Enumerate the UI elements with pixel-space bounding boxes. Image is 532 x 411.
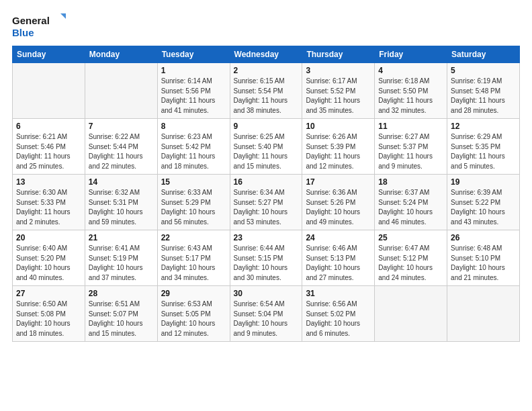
sunrise: Sunrise: 6:44 AM	[234, 244, 285, 252]
daylight: Daylight: 11 hours and 28 minutes.	[451, 97, 505, 114]
sunset: Sunset: 5:52 PM	[306, 87, 355, 95]
day-number: 8	[161, 122, 226, 131]
weekday-sunday: Sunday	[13, 46, 85, 63]
day-cell: 28Sunrise: 6:51 AMSunset: 5:07 PMDayligh…	[85, 286, 157, 342]
day-number: 14	[89, 177, 154, 187]
day-cell: 7Sunrise: 6:22 AMSunset: 5:44 PMDaylight…	[85, 119, 157, 175]
svg-text:General: General	[12, 15, 50, 26]
day-info: Sunrise: 6:19 AMSunset: 5:48 PMDaylight:…	[451, 77, 516, 116]
day-cell: 9Sunrise: 6:25 AMSunset: 5:40 PMDaylight…	[230, 119, 302, 175]
weekday-header-row: SundayMondayTuesdayWednesdayThursdayFrid…	[13, 46, 520, 63]
daylight: Daylight: 11 hours and 35 minutes.	[306, 97, 360, 114]
weekday-friday: Friday	[375, 46, 447, 63]
day-number: 29	[161, 289, 226, 298]
sunrise: Sunrise: 6:29 AM	[451, 133, 502, 140]
sunset: Sunset: 5:50 PM	[378, 87, 428, 95]
week-row-0: 1Sunrise: 6:14 AMSunset: 5:56 PMDaylight…	[13, 63, 520, 119]
calendar-table: SundayMondayTuesdayWednesdayThursdayFrid…	[12, 46, 520, 342]
sunrise: Sunrise: 6:43 AM	[161, 244, 212, 252]
day-info: Sunrise: 6:48 AMSunset: 5:10 PMDaylight:…	[451, 244, 516, 283]
daylight: Daylight: 10 hours and 15 minutes.	[89, 320, 143, 337]
sunset: Sunset: 5:29 PM	[161, 199, 211, 206]
day-cell: 1Sunrise: 6:14 AMSunset: 5:56 PMDaylight…	[157, 63, 230, 119]
daylight: Daylight: 10 hours and 56 minutes.	[161, 208, 216, 226]
day-info: Sunrise: 6:17 AMSunset: 5:52 PMDaylight:…	[306, 77, 371, 116]
day-info: Sunrise: 6:18 AMSunset: 5:50 PMDaylight:…	[378, 77, 443, 116]
daylight: Daylight: 10 hours and 6 minutes.	[306, 320, 360, 337]
sunrise: Sunrise: 6:53 AM	[161, 300, 212, 308]
day-info: Sunrise: 6:51 AMSunset: 5:07 PMDaylight:…	[89, 300, 154, 338]
day-cell: 6Sunrise: 6:21 AMSunset: 5:46 PMDaylight…	[13, 119, 85, 175]
sunrise: Sunrise: 6:47 AM	[378, 244, 429, 252]
daylight: Daylight: 11 hours and 41 minutes.	[161, 97, 216, 114]
day-number: 10	[306, 122, 371, 131]
daylight: Daylight: 11 hours and 25 minutes.	[16, 152, 71, 170]
day-info: Sunrise: 6:44 AMSunset: 5:15 PMDaylight:…	[234, 244, 299, 283]
daylight: Daylight: 11 hours and 5 minutes.	[451, 152, 505, 170]
sunrise: Sunrise: 6:19 AM	[451, 77, 502, 85]
sunrise: Sunrise: 6:40 AM	[16, 244, 67, 252]
day-cell: 2Sunrise: 6:15 AMSunset: 5:54 PMDaylight…	[230, 63, 302, 119]
day-number: 22	[161, 233, 226, 242]
day-number: 20	[16, 233, 81, 242]
day-info: Sunrise: 6:43 AMSunset: 5:17 PMDaylight:…	[161, 244, 226, 283]
daylight: Daylight: 10 hours and 43 minutes.	[451, 208, 505, 226]
day-info: Sunrise: 6:23 AMSunset: 5:42 PMDaylight:…	[161, 132, 226, 171]
day-cell: 17Sunrise: 6:36 AMSunset: 5:26 PMDayligh…	[302, 175, 375, 230]
day-info: Sunrise: 6:29 AMSunset: 5:35 PMDaylight:…	[451, 132, 516, 171]
week-row-1: 6Sunrise: 6:21 AMSunset: 5:46 PMDaylight…	[13, 119, 520, 175]
sunset: Sunset: 5:26 PM	[306, 199, 355, 206]
day-cell: 31Sunrise: 6:56 AMSunset: 5:02 PMDayligh…	[302, 286, 375, 342]
sunrise: Sunrise: 6:26 AM	[306, 133, 357, 140]
day-cell: 22Sunrise: 6:43 AMSunset: 5:17 PMDayligh…	[157, 230, 230, 286]
sunset: Sunset: 5:04 PM	[234, 310, 283, 318]
weekday-thursday: Thursday	[302, 46, 375, 63]
sunrise: Sunrise: 6:21 AM	[16, 133, 67, 140]
day-cell: 29Sunrise: 6:53 AMSunset: 5:05 PMDayligh…	[157, 286, 230, 342]
daylight: Daylight: 11 hours and 18 minutes.	[161, 152, 216, 170]
day-cell: 5Sunrise: 6:19 AMSunset: 5:48 PMDaylight…	[447, 63, 520, 119]
day-cell: 14Sunrise: 6:32 AMSunset: 5:31 PMDayligh…	[85, 175, 157, 230]
day-cell: 20Sunrise: 6:40 AMSunset: 5:20 PMDayligh…	[13, 230, 85, 286]
sunset: Sunset: 5:39 PM	[306, 143, 355, 150]
daylight: Daylight: 10 hours and 40 minutes.	[16, 264, 71, 281]
day-cell: 24Sunrise: 6:46 AMSunset: 5:13 PMDayligh…	[302, 230, 375, 286]
day-cell: 30Sunrise: 6:54 AMSunset: 5:04 PMDayligh…	[230, 286, 302, 342]
sunset: Sunset: 5:12 PM	[378, 255, 428, 262]
day-cell: 11Sunrise: 6:27 AMSunset: 5:37 PMDayligh…	[375, 119, 447, 175]
sunset: Sunset: 5:17 PM	[161, 255, 211, 262]
day-number: 17	[306, 177, 371, 187]
day-info: Sunrise: 6:54 AMSunset: 5:04 PMDaylight:…	[234, 300, 299, 338]
day-cell	[13, 63, 85, 119]
day-cell: 4Sunrise: 6:18 AMSunset: 5:50 PMDaylight…	[375, 63, 447, 119]
day-number: 3	[306, 66, 371, 75]
sunset: Sunset: 5:10 PM	[451, 255, 500, 262]
day-number: 1	[161, 66, 226, 75]
header: General Blue	[12, 12, 520, 39]
sunrise: Sunrise: 6:27 AM	[378, 133, 429, 140]
sunset: Sunset: 5:31 PM	[89, 199, 138, 206]
day-info: Sunrise: 6:22 AMSunset: 5:44 PMDaylight:…	[89, 132, 154, 171]
day-number: 4	[378, 66, 443, 75]
day-number: 12	[451, 122, 516, 131]
sunset: Sunset: 5:46 PM	[16, 143, 66, 150]
sunset: Sunset: 5:33 PM	[16, 199, 66, 206]
sunset: Sunset: 5:44 PM	[89, 143, 138, 150]
day-number: 15	[161, 177, 226, 187]
day-number: 9	[234, 122, 299, 131]
daylight: Daylight: 10 hours and 24 minutes.	[378, 264, 433, 281]
day-info: Sunrise: 6:41 AMSunset: 5:19 PMDaylight:…	[89, 244, 154, 283]
page: General Blue SundayMondayTuesdayWednesda…	[0, 0, 532, 411]
day-info: Sunrise: 6:36 AMSunset: 5:26 PMDaylight:…	[306, 188, 371, 227]
sunrise: Sunrise: 6:25 AM	[234, 133, 285, 140]
daylight: Daylight: 10 hours and 21 minutes.	[451, 264, 505, 281]
week-row-4: 27Sunrise: 6:50 AMSunset: 5:08 PMDayligh…	[13, 286, 520, 342]
day-info: Sunrise: 6:33 AMSunset: 5:29 PMDaylight:…	[161, 188, 226, 227]
day-cell	[85, 63, 157, 119]
day-number: 13	[16, 177, 81, 187]
day-cell	[447, 286, 520, 342]
day-info: Sunrise: 6:47 AMSunset: 5:12 PMDaylight:…	[378, 244, 443, 283]
day-cell: 8Sunrise: 6:23 AMSunset: 5:42 PMDaylight…	[157, 119, 230, 175]
sunrise: Sunrise: 6:39 AM	[451, 189, 502, 196]
svg-text:Blue: Blue	[12, 27, 34, 38]
